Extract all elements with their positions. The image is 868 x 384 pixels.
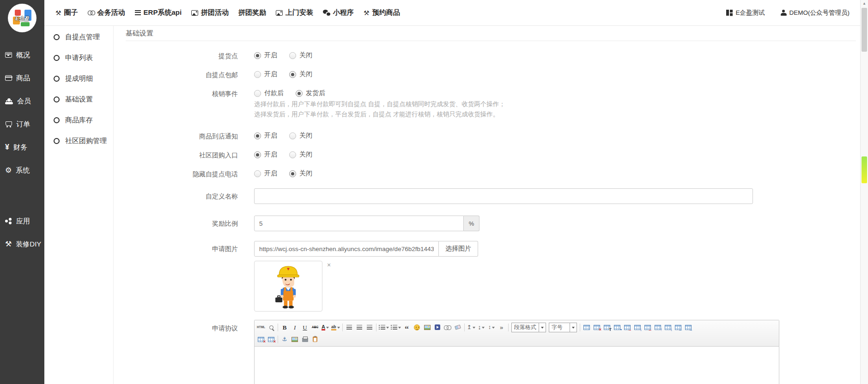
- underline-button[interactable]: U: [300, 322, 310, 332]
- radio-option[interactable]: 开启: [254, 169, 277, 178]
- radio-icon[interactable]: [289, 52, 296, 59]
- insert-row-above-button[interactable]: ↑: [653, 322, 663, 332]
- print-button[interactable]: [300, 334, 310, 344]
- highlight-color-button[interactable]: ab: [330, 322, 341, 332]
- radio-option[interactable]: 关闭: [289, 169, 312, 178]
- subsidebar-item[interactable]: 申请列表: [44, 48, 113, 68]
- app-logo[interactable]: E企盈: [8, 4, 36, 32]
- insert-link-button[interactable]: [443, 322, 453, 332]
- merge-cells-right-button[interactable]: →: [622, 322, 632, 332]
- align-left-button[interactable]: [344, 322, 354, 332]
- remove-format-button[interactable]: [453, 322, 463, 332]
- radio-option[interactable]: 开启: [254, 70, 277, 78]
- topnav-item[interactable]: ⚒圈子: [55, 8, 78, 17]
- strikethrough-button[interactable]: ABC: [310, 322, 320, 332]
- page-scrollbar[interactable]: ▲: [860, 0, 868, 384]
- preview-button[interactable]: [266, 322, 276, 332]
- align-right-button[interactable]: [364, 322, 375, 332]
- radio-option[interactable]: 开启: [254, 150, 277, 159]
- topnav-item[interactable]: ERP系统api: [135, 8, 182, 17]
- blockquote-button[interactable]: “: [402, 322, 412, 332]
- radio-icon[interactable]: [289, 151, 296, 158]
- delete-table-button[interactable]: ×: [592, 322, 602, 332]
- valign-top-button[interactable]: ↥: [466, 322, 476, 332]
- radio-option[interactable]: 关闭: [289, 132, 312, 140]
- topnav-item[interactable]: 小程序: [323, 8, 354, 17]
- remove-image-icon[interactable]: ×: [327, 262, 331, 268]
- editor-content[interactable]: [255, 347, 779, 384]
- topnav-item[interactable]: 上门安装: [276, 8, 313, 17]
- topbar-right-item[interactable]: DEMO(公众号管理员): [781, 9, 850, 17]
- reward-ratio-input[interactable]: [254, 216, 464, 231]
- delete-row-button[interactable]: ×: [256, 334, 266, 344]
- sidebar-item[interactable]: ¥财务: [0, 136, 44, 159]
- radio-selected-icon[interactable]: [254, 52, 261, 59]
- subsidebar-item[interactable]: 社区团购管理: [44, 131, 113, 151]
- insert-image-button[interactable]: [422, 322, 432, 332]
- line-spacing-button[interactable]: ↕: [486, 322, 497, 332]
- subsidebar-item[interactable]: 自提点管理: [44, 27, 113, 48]
- topnav-item[interactable]: 会务活动: [88, 8, 125, 17]
- insert-media-button[interactable]: [432, 322, 443, 332]
- radio-option[interactable]: 开启: [254, 132, 277, 140]
- valign-middle-button[interactable]: ↨: [476, 322, 486, 332]
- sidebar-item[interactable]: ⚒装修DIY: [0, 233, 44, 256]
- indent-button[interactable]: »: [497, 322, 507, 332]
- topnav-item[interactable]: 拼团活动: [191, 8, 229, 17]
- font-size-select[interactable]: 字号: [549, 323, 577, 332]
- radio-icon[interactable]: [254, 170, 261, 177]
- html-source-button[interactable]: HTML: [256, 322, 266, 332]
- paragraph-format-select[interactable]: 段落格式: [511, 323, 546, 332]
- sidebar-item[interactable]: 商品: [0, 66, 44, 90]
- split-cells-button[interactable]: ↔: [643, 322, 653, 332]
- unordered-list-button[interactable]: [390, 322, 402, 332]
- font-color-button[interactable]: A: [320, 322, 330, 332]
- sidebar-item[interactable]: 会员: [0, 90, 44, 113]
- emoticon-button[interactable]: [412, 322, 422, 332]
- radio-icon[interactable]: [254, 71, 261, 78]
- radio-option[interactable]: 付款后: [254, 89, 284, 97]
- radio-option[interactable]: 关闭: [289, 150, 312, 159]
- insert-table-button[interactable]: [582, 322, 592, 332]
- subsidebar-item[interactable]: 提成明细: [44, 68, 113, 89]
- cell-properties-button[interactable]: ▪: [612, 322, 622, 332]
- radio-selected-icon[interactable]: [296, 90, 303, 97]
- italic-button[interactable]: I: [290, 322, 300, 332]
- sidebar-item[interactable]: 订单: [0, 113, 44, 136]
- radio-option[interactable]: 关闭: [289, 51, 312, 60]
- subsidebar-item[interactable]: 商品库存: [44, 110, 113, 131]
- anchor-button[interactable]: ⚓: [279, 334, 290, 344]
- align-center-button[interactable]: [354, 322, 364, 332]
- radio-option[interactable]: 关闭: [289, 70, 312, 78]
- insert-col-right-button[interactable]: →: [683, 322, 693, 332]
- custom-name-input[interactable]: [254, 188, 753, 204]
- scrollbar-thumb[interactable]: [862, 8, 867, 52]
- radio-option[interactable]: 开启: [254, 51, 277, 60]
- bold-button[interactable]: B: [279, 322, 290, 332]
- topbar-right-item[interactable]: E企盈测试: [726, 9, 765, 17]
- subsidebar-item[interactable]: 基础设置: [44, 89, 113, 110]
- radio-selected-icon[interactable]: [254, 132, 261, 139]
- scroll-up-icon[interactable]: ▲: [861, 0, 868, 7]
- delete-col-button[interactable]: ×: [266, 334, 276, 344]
- topnav-item[interactable]: ⚒预约商品: [364, 8, 400, 17]
- radio-option[interactable]: 发货后: [296, 89, 325, 97]
- insert-col-left-button[interactable]: ←: [673, 322, 683, 332]
- radio-selected-icon[interactable]: [254, 151, 261, 158]
- merge-cells-down-button[interactable]: ↓: [632, 322, 643, 332]
- radio-icon[interactable]: [289, 132, 296, 139]
- insert-row-below-button[interactable]: ↓: [663, 322, 673, 332]
- sidebar-item[interactable]: 应用: [0, 210, 44, 233]
- ordered-list-button[interactable]: [378, 322, 390, 332]
- radio-selected-icon[interactable]: [289, 71, 296, 78]
- paste-button[interactable]: [310, 334, 320, 344]
- sidebar-item[interactable]: 概况: [0, 43, 44, 66]
- apply-image-url-input[interactable]: [254, 241, 439, 257]
- radio-selected-icon[interactable]: [289, 170, 296, 177]
- sidebar-item[interactable]: ⚙系统: [0, 159, 44, 182]
- radio-icon[interactable]: [254, 90, 261, 97]
- topnav-item[interactable]: 拼团奖励: [238, 8, 266, 17]
- insert-picture-button[interactable]: [290, 334, 300, 344]
- table-properties-button[interactable]: T: [602, 322, 612, 332]
- choose-image-button[interactable]: 选择图片: [439, 241, 478, 257]
